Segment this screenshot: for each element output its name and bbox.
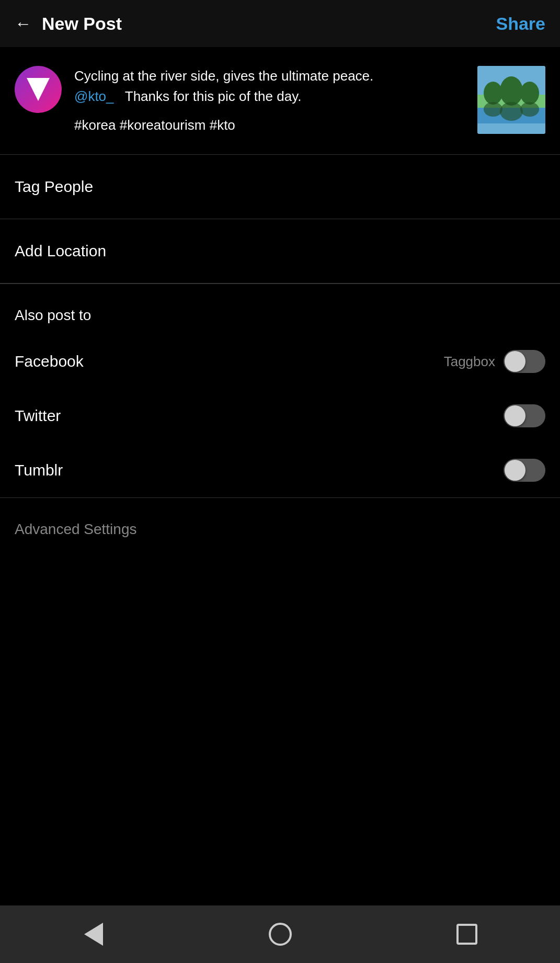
nav-recent-icon bbox=[456, 924, 477, 945]
facebook-toggle-row: Facebook Taggbox bbox=[15, 334, 545, 389]
svg-point-8 bbox=[500, 102, 523, 121]
share-button[interactable]: Share bbox=[496, 14, 546, 34]
avatar bbox=[15, 66, 62, 113]
facebook-toggle[interactable] bbox=[504, 350, 545, 373]
tumblr-toggle-row: Tumblr bbox=[15, 443, 545, 497]
nav-back-icon bbox=[84, 923, 103, 946]
also-post-title: Also post to bbox=[15, 307, 545, 324]
facebook-toggle-right: Taggbox bbox=[444, 350, 545, 373]
thumbnail-image bbox=[477, 66, 545, 134]
twitter-toggle-row: Twitter bbox=[15, 389, 545, 443]
add-location-item[interactable]: Add Location bbox=[0, 219, 560, 284]
bottom-nav-bar bbox=[0, 905, 560, 963]
nav-home-button[interactable] bbox=[265, 919, 296, 950]
post-thumbnail bbox=[477, 66, 545, 134]
header: ← New Post Share bbox=[0, 0, 560, 47]
post-caption: Cycling at the river side, gives the ult… bbox=[74, 66, 465, 107]
page-title: New Post bbox=[42, 14, 496, 34]
back-button[interactable]: ← bbox=[15, 15, 31, 32]
advanced-settings-label: Advanced Settings bbox=[15, 521, 137, 537]
svg-point-4 bbox=[484, 82, 502, 105]
add-location-label: Add Location bbox=[15, 242, 106, 259]
twitter-label: Twitter bbox=[15, 407, 61, 425]
tumblr-label: Tumblr bbox=[15, 461, 63, 479]
svg-point-6 bbox=[520, 82, 539, 105]
post-preview: Cycling at the river side, gives the ult… bbox=[0, 47, 560, 154]
tag-people-label: Tag People bbox=[15, 178, 93, 195]
svg-rect-3 bbox=[477, 123, 545, 134]
avatar-logo bbox=[27, 78, 50, 101]
tag-people-item[interactable]: Tag People bbox=[0, 155, 560, 219]
facebook-label: Facebook bbox=[15, 353, 84, 370]
tumblr-toggle-knob bbox=[505, 460, 525, 481]
svg-point-5 bbox=[500, 76, 523, 106]
post-hashtags: #korea #koreatourism #kto bbox=[74, 115, 465, 135]
twitter-toggle-knob bbox=[505, 405, 525, 426]
facebook-toggle-knob bbox=[505, 351, 525, 372]
advanced-settings-item[interactable]: Advanced Settings bbox=[0, 497, 560, 561]
twitter-toggle[interactable] bbox=[504, 404, 545, 427]
taggbox-label: Taggbox bbox=[444, 354, 495, 370]
back-arrow-icon: ← bbox=[15, 15, 31, 32]
tumblr-toggle[interactable] bbox=[504, 459, 545, 482]
nav-back-button[interactable] bbox=[78, 919, 109, 950]
spacer bbox=[0, 561, 560, 665]
post-text-area: Cycling at the river side, gives the ult… bbox=[74, 66, 465, 135]
svg-point-9 bbox=[520, 102, 539, 117]
also-post-section: Also post to Facebook Taggbox Twitter Tu… bbox=[0, 284, 560, 497]
nav-home-icon bbox=[269, 923, 292, 946]
nav-recent-button[interactable] bbox=[451, 919, 483, 950]
svg-point-7 bbox=[484, 102, 502, 117]
